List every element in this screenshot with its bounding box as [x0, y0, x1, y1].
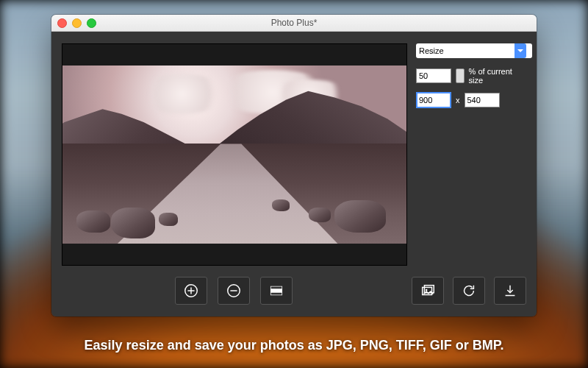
- photo-rock: [309, 208, 331, 222]
- rotate-icon: [461, 283, 477, 299]
- rotate-button[interactable]: [453, 277, 485, 305]
- gallery-button[interactable]: [412, 277, 444, 305]
- photo-preview[interactable]: [62, 66, 406, 244]
- fit-screen-icon: [268, 283, 284, 299]
- height-input[interactable]: [465, 93, 500, 107]
- photo-preview-frame: [62, 43, 407, 266]
- photo-rock: [76, 210, 110, 233]
- svg-rect-6: [271, 287, 282, 289]
- svg-rect-7: [271, 293, 282, 295]
- bottom-toolbar-left: [62, 275, 406, 307]
- x-label: x: [456, 96, 460, 105]
- operation-select-wrap[interactable]: [416, 43, 526, 58]
- resize-panel: % of current size x: [416, 43, 526, 116]
- photo-rock: [159, 213, 178, 226]
- photo-rock: [111, 208, 155, 238]
- photo-rock: [272, 199, 290, 211]
- zoom-in-button[interactable]: [175, 277, 207, 305]
- plus-circle-icon: [183, 283, 199, 299]
- minus-circle-icon: [226, 283, 242, 299]
- zoom-out-button[interactable]: [218, 277, 250, 305]
- window-body: % of current size x: [51, 32, 537, 316]
- titlebar[interactable]: Photo Plus*: [51, 15, 537, 32]
- photo-rock: [334, 200, 386, 233]
- marketing-caption: Easily resize and save your photos as JP…: [0, 338, 588, 353]
- app-window: Photo Plus*: [51, 15, 537, 316]
- fit-button[interactable]: [260, 277, 293, 305]
- download-icon: [502, 283, 518, 299]
- dimensions-row: x: [416, 92, 526, 108]
- window-title: Photo Plus*: [51, 18, 537, 28]
- percent-label: % of current size: [469, 67, 526, 85]
- bottom-toolbar-right: [412, 275, 526, 307]
- percent-input[interactable]: [416, 68, 451, 83]
- percent-stepper[interactable]: [456, 68, 465, 83]
- width-input[interactable]: [416, 92, 451, 108]
- gallery-icon: [420, 283, 436, 299]
- download-button[interactable]: [494, 277, 526, 305]
- percent-row: % of current size: [416, 67, 526, 85]
- chevron-down-icon[interactable]: [514, 43, 526, 58]
